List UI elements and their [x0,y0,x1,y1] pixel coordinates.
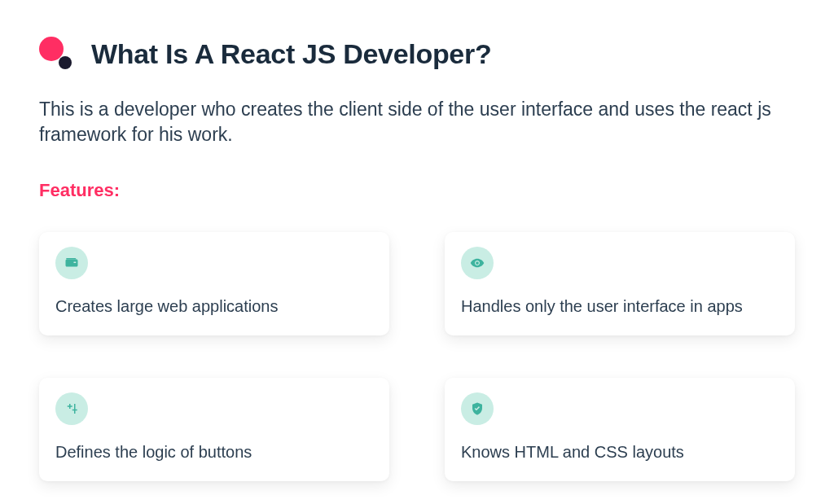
page-title: What Is A React JS Developer? [91,38,491,70]
feature-text: Defines the logic of buttons [55,443,373,462]
wallet-icon [55,247,88,279]
feature-card: Creates large web applications [39,232,389,335]
feature-text: Handles only the user interface in apps [461,297,779,316]
feature-text: Creates large web applications [55,297,373,316]
feature-card: Knows HTML and CSS layouts [445,378,795,481]
header: What Is A React JS Developer? [39,37,795,71]
feature-text: Knows HTML and CSS layouts [461,443,779,462]
features-grid: Creates large web applications Handles o… [39,232,795,481]
eye-icon [461,247,494,279]
feature-card: Defines the logic of buttons [39,378,389,481]
shield-check-icon [461,392,494,425]
logo-icon [39,37,73,71]
feature-card: Handles only the user interface in apps [445,232,795,335]
sliders-icon [55,392,88,425]
features-label: Features: [39,180,795,201]
description-text: This is a developer who creates the clie… [39,97,795,147]
